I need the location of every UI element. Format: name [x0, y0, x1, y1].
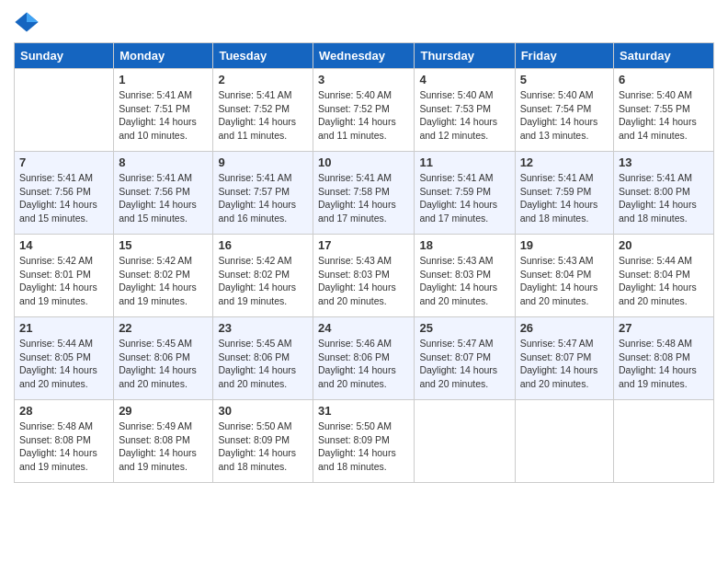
calendar-cell: 22Sunrise: 5:45 AMSunset: 8:06 PMDayligh…: [114, 317, 213, 400]
cell-info: Sunrise: 5:43 AMSunset: 8:03 PMDaylight:…: [318, 254, 409, 308]
cell-info: Sunrise: 5:41 AMSunset: 8:00 PMDaylight:…: [619, 171, 709, 225]
logo: [14, 9, 43, 35]
logo-icon: [14, 9, 40, 35]
cell-info: Sunrise: 5:48 AMSunset: 8:08 PMDaylight:…: [19, 419, 108, 474]
cell-info: Sunrise: 5:42 AMSunset: 8:02 PMDaylight:…: [218, 254, 308, 308]
calendar-cell: 8Sunrise: 5:41 AMSunset: 7:56 PMDaylight…: [114, 152, 213, 235]
cell-info: Sunrise: 5:48 AMSunset: 8:08 PMDaylight:…: [619, 337, 709, 391]
cell-info: Sunrise: 5:46 AMSunset: 8:06 PMDaylight:…: [318, 337, 409, 391]
cell-info: Sunrise: 5:40 AMSunset: 7:52 PMDaylight:…: [318, 88, 409, 143]
cell-info: Sunrise: 5:41 AMSunset: 7:56 PMDaylight:…: [19, 171, 108, 225]
day-number: 15: [119, 238, 208, 252]
calendar-header-row: SundayMondayTuesdayWednesdayThursdayFrid…: [15, 43, 714, 69]
day-number: 22: [119, 321, 208, 335]
cell-info: Sunrise: 5:50 AMSunset: 8:09 PMDaylight:…: [318, 419, 409, 474]
calendar-cell: 17Sunrise: 5:43 AMSunset: 8:03 PMDayligh…: [313, 235, 415, 317]
day-number: 29: [119, 404, 208, 418]
calendar-cell: [415, 400, 515, 483]
calendar-cell: 15Sunrise: 5:42 AMSunset: 8:02 PMDayligh…: [114, 235, 213, 317]
cell-info: Sunrise: 5:40 AMSunset: 7:55 PMDaylight:…: [619, 88, 709, 143]
calendar-week-row: 28Sunrise: 5:48 AMSunset: 8:08 PMDayligh…: [15, 400, 714, 483]
day-number: 9: [218, 155, 308, 169]
calendar-cell: 24Sunrise: 5:46 AMSunset: 8:06 PMDayligh…: [313, 317, 415, 400]
calendar-cell: 23Sunrise: 5:45 AMSunset: 8:06 PMDayligh…: [213, 317, 313, 400]
cell-info: Sunrise: 5:45 AMSunset: 8:06 PMDaylight:…: [119, 337, 208, 391]
day-number: 23: [218, 321, 308, 335]
calendar-cell: 1Sunrise: 5:41 AMSunset: 7:51 PMDaylight…: [114, 69, 213, 152]
calendar-cell: 11Sunrise: 5:41 AMSunset: 7:59 PMDayligh…: [415, 152, 515, 235]
calendar-cell: 3Sunrise: 5:40 AMSunset: 7:52 PMDaylight…: [313, 69, 415, 152]
day-number: 20: [619, 238, 709, 252]
calendar-cell: [614, 400, 714, 483]
calendar-cell: 28Sunrise: 5:48 AMSunset: 8:08 PMDayligh…: [15, 400, 114, 483]
cell-info: Sunrise: 5:50 AMSunset: 8:09 PMDaylight:…: [218, 419, 308, 474]
calendar-table: SundayMondayTuesdayWednesdayThursdayFrid…: [14, 42, 714, 483]
calendar-cell: 30Sunrise: 5:50 AMSunset: 8:09 PMDayligh…: [213, 400, 313, 483]
calendar-week-row: 21Sunrise: 5:44 AMSunset: 8:05 PMDayligh…: [15, 317, 714, 400]
cell-info: Sunrise: 5:49 AMSunset: 8:08 PMDaylight:…: [119, 419, 208, 474]
day-number: 24: [318, 321, 409, 335]
calendar-cell: 21Sunrise: 5:44 AMSunset: 8:05 PMDayligh…: [15, 317, 114, 400]
cell-info: Sunrise: 5:42 AMSunset: 8:02 PMDaylight:…: [119, 254, 208, 308]
col-header-friday: Friday: [515, 43, 613, 69]
day-number: 17: [318, 238, 409, 252]
calendar-cell: 29Sunrise: 5:49 AMSunset: 8:08 PMDayligh…: [114, 400, 213, 483]
day-number: 2: [218, 73, 308, 86]
day-number: 16: [218, 238, 308, 252]
day-number: 27: [619, 321, 709, 335]
col-header-wednesday: Wednesday: [313, 43, 415, 69]
day-number: 6: [619, 73, 709, 86]
day-number: 7: [19, 155, 108, 169]
cell-info: Sunrise: 5:42 AMSunset: 8:01 PMDaylight:…: [19, 254, 108, 308]
calendar-cell: 4Sunrise: 5:40 AMSunset: 7:53 PMDaylight…: [415, 69, 515, 152]
day-number: 10: [318, 155, 409, 169]
day-number: 8: [119, 155, 208, 169]
day-number: 28: [19, 404, 108, 418]
calendar-cell: 6Sunrise: 5:40 AMSunset: 7:55 PMDaylight…: [614, 69, 714, 152]
calendar-cell: [515, 400, 613, 483]
calendar-cell: 5Sunrise: 5:40 AMSunset: 7:54 PMDaylight…: [515, 69, 613, 152]
day-number: 26: [520, 321, 609, 335]
calendar-cell: 20Sunrise: 5:44 AMSunset: 8:04 PMDayligh…: [614, 235, 714, 317]
cell-info: Sunrise: 5:40 AMSunset: 7:53 PMDaylight:…: [419, 88, 509, 143]
calendar-cell: 26Sunrise: 5:47 AMSunset: 8:07 PMDayligh…: [515, 317, 613, 400]
calendar-cell: 10Sunrise: 5:41 AMSunset: 7:58 PMDayligh…: [313, 152, 415, 235]
cell-info: Sunrise: 5:41 AMSunset: 7:51 PMDaylight:…: [119, 88, 208, 143]
col-header-saturday: Saturday: [614, 43, 714, 69]
day-number: 5: [520, 73, 609, 86]
calendar-cell: 27Sunrise: 5:48 AMSunset: 8:08 PMDayligh…: [614, 317, 714, 400]
day-number: 19: [520, 238, 609, 252]
calendar-cell: 13Sunrise: 5:41 AMSunset: 8:00 PMDayligh…: [614, 152, 714, 235]
calendar-cell: [15, 69, 114, 152]
day-number: 1: [119, 73, 208, 86]
day-number: 3: [318, 73, 409, 86]
cell-info: Sunrise: 5:41 AMSunset: 7:59 PMDaylight:…: [419, 171, 509, 225]
calendar-cell: 9Sunrise: 5:41 AMSunset: 7:57 PMDaylight…: [213, 152, 313, 235]
calendar-cell: 16Sunrise: 5:42 AMSunset: 8:02 PMDayligh…: [213, 235, 313, 317]
calendar-cell: 2Sunrise: 5:41 AMSunset: 7:52 PMDaylight…: [213, 69, 313, 152]
cell-info: Sunrise: 5:47 AMSunset: 8:07 PMDaylight:…: [520, 337, 609, 391]
day-number: 14: [19, 238, 108, 252]
cell-info: Sunrise: 5:43 AMSunset: 8:04 PMDaylight:…: [520, 254, 609, 308]
day-number: 18: [419, 238, 509, 252]
col-header-thursday: Thursday: [415, 43, 515, 69]
calendar-cell: 25Sunrise: 5:47 AMSunset: 8:07 PMDayligh…: [415, 317, 515, 400]
calendar-cell: 7Sunrise: 5:41 AMSunset: 7:56 PMDaylight…: [15, 152, 114, 235]
day-number: 21: [19, 321, 108, 335]
cell-info: Sunrise: 5:40 AMSunset: 7:54 PMDaylight:…: [520, 88, 609, 143]
day-number: 4: [419, 73, 509, 86]
day-number: 30: [218, 404, 308, 418]
calendar-cell: 19Sunrise: 5:43 AMSunset: 8:04 PMDayligh…: [515, 235, 613, 317]
day-number: 11: [419, 155, 509, 169]
col-header-sunday: Sunday: [15, 43, 114, 69]
header: [14, 9, 714, 35]
cell-info: Sunrise: 5:41 AMSunset: 7:57 PMDaylight:…: [218, 171, 308, 225]
calendar-cell: 14Sunrise: 5:42 AMSunset: 8:01 PMDayligh…: [15, 235, 114, 317]
day-number: 12: [520, 155, 609, 169]
cell-info: Sunrise: 5:44 AMSunset: 8:05 PMDaylight:…: [19, 337, 108, 391]
day-number: 31: [318, 404, 409, 418]
cell-info: Sunrise: 5:41 AMSunset: 7:56 PMDaylight:…: [119, 171, 208, 225]
cell-info: Sunrise: 5:47 AMSunset: 8:07 PMDaylight:…: [419, 337, 509, 391]
cell-info: Sunrise: 5:43 AMSunset: 8:03 PMDaylight:…: [419, 254, 509, 308]
cell-info: Sunrise: 5:44 AMSunset: 8:04 PMDaylight:…: [619, 254, 709, 308]
